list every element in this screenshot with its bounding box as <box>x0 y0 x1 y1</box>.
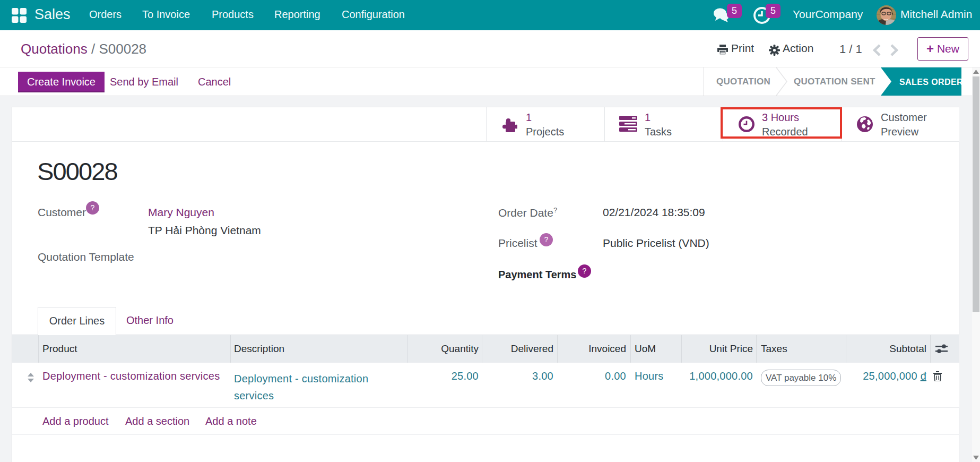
svg-text:SALES ORDER: SALES ORDER <box>899 78 961 87</box>
